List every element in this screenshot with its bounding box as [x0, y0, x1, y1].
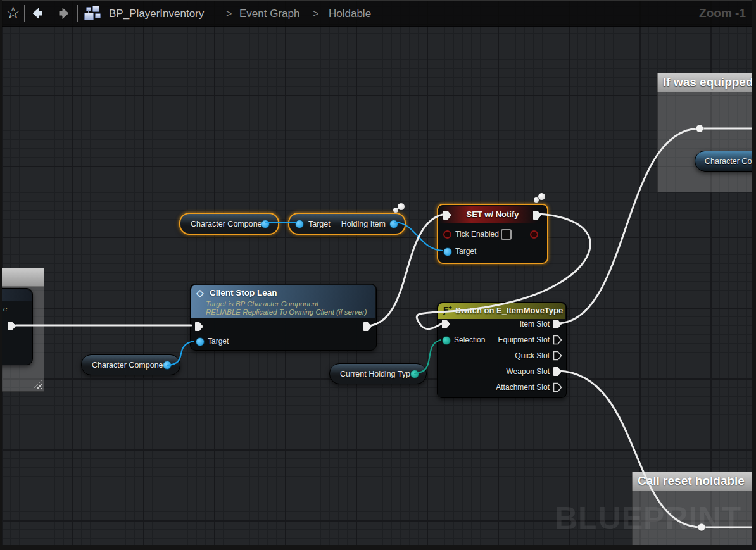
exec-output-pin-attachment-slot[interactable] [553, 382, 562, 392]
node-label: Current Holding Type [340, 370, 415, 378]
node-title: Switch on E_ItemMoveType [455, 306, 563, 315]
rpc-diamond-icon: ◇ [196, 287, 204, 299]
node-subtitle-1: Target is BP Character Component [206, 300, 318, 308]
favorite-star-icon[interactable]: ☆ [6, 3, 20, 23]
node-subtitle-2: RELIABLE Replicated To Owning Client (if… [206, 308, 367, 316]
node-title: SET w/ Notify [438, 209, 547, 219]
pin-label-weapon-slot: Weapon Slot [507, 367, 550, 376]
pin-label-holding-item: Holding Item [341, 220, 386, 228]
window-frame-top [0, 0, 756, 1]
pin-label-target: Target [455, 247, 476, 256]
toolbar-separator [24, 5, 25, 22]
comment-bubble-icon[interactable] [534, 193, 548, 204]
comment-bubble-icon[interactable] [393, 203, 407, 215]
comment-title[interactable]: If was equipped [657, 73, 756, 92]
forward-arrow-icon[interactable] [56, 5, 72, 22]
pin-label-quick-slot: Quick Slot [515, 351, 550, 360]
comment-title[interactable] [0, 268, 44, 287]
top-toolbar: ☆ BP_PlayerInventory > Event Graph > Hol… [0, 1, 756, 27]
node-title: Client Stop Lean [210, 288, 277, 297]
exec-output-pin-quick-slot[interactable] [553, 351, 562, 361]
node-client-stop-lean[interactable]: ◇ Client Stop Lean Target is BP Characte… [190, 284, 377, 351]
window-frame-right [752, 0, 756, 550]
node-switch-on-e-itemmovetype[interactable]: Ƒ+ Switch on E_ItemMoveType Selection It… [437, 302, 567, 398]
input-pin-target[interactable] [295, 220, 304, 228]
node-subtitle-fragment: e [3, 305, 7, 313]
node-label: Character Component [191, 220, 268, 228]
input-pin-tick-enabled[interactable] [443, 230, 451, 239]
node-set-w-notify[interactable]: SET w/ Notify Tick Enabled Target [437, 204, 548, 264]
comment-resize-handle[interactable] [33, 380, 42, 389]
node-header [0, 289, 32, 301]
blueprint-graph-icon [84, 6, 101, 22]
pin-label-equipment-slot: Equipment Slot [498, 335, 550, 344]
pin-label-attachment-slot: Attachment Slot [496, 383, 550, 392]
pin-label-selection: Selection [454, 335, 485, 344]
breadcrumb-holdable[interactable]: Holdable [329, 8, 371, 20]
toolbar-separator [77, 5, 78, 22]
node-character-component-right[interactable]: Character Component [695, 151, 756, 172]
blueprint-graph-canvas[interactable]: { "toolbar": { "star_icon": "☆", "breadc… [0, 0, 756, 550]
exec-input-pin[interactable] [194, 322, 204, 332]
exec-output-pin[interactable] [7, 321, 16, 331]
input-pin-target[interactable] [443, 247, 452, 256]
output-pin-tick-enabled[interactable] [530, 230, 538, 239]
exec-output-pin[interactable] [532, 210, 542, 220]
back-arrow-icon[interactable] [29, 5, 46, 22]
exec-input-pin[interactable] [441, 319, 451, 329]
node-current-holding-type[interactable]: Current Holding Type [329, 363, 427, 384]
comment-body[interactable] [657, 92, 756, 192]
tick-enabled-checkbox[interactable] [501, 229, 512, 240]
input-pin-selection[interactable] [442, 336, 451, 345]
comment-box-call-reset-holdable[interactable]: Call reset holdable [632, 472, 756, 546]
node-left-clipped[interactable]: e [0, 288, 33, 365]
pin-label-target: Target [308, 220, 331, 228]
node-label: Character Component [705, 157, 756, 166]
node-character-component-top[interactable]: Character Component [179, 213, 279, 235]
breadcrumb-chevron-icon: > [226, 8, 232, 20]
output-pin-holding-item[interactable] [389, 220, 398, 228]
node-get-holding-item[interactable]: Target Holding Item [288, 213, 406, 235]
input-pin-target[interactable] [196, 337, 205, 346]
comment-body[interactable] [632, 491, 756, 546]
exec-output-pin-equipment-slot[interactable] [553, 335, 562, 345]
pin-label-tick-enabled: Tick Enabled [455, 230, 499, 239]
node-character-component-bottom[interactable]: Character Component [81, 354, 180, 375]
window-frame-left [0, 0, 2, 550]
breadcrumb-chevron-icon: > [313, 8, 318, 20]
node-label: Character Component [92, 361, 170, 370]
zoom-level-indicator: Zoom -1 [699, 6, 746, 20]
breadcrumb-root[interactable]: BP_PlayerInventory [109, 8, 204, 20]
output-pin-character-component[interactable] [261, 220, 270, 228]
pin-label-target: Target [208, 337, 229, 346]
exec-input-pin[interactable] [443, 210, 452, 220]
pin-label-item-slot: Item Slot [520, 320, 550, 328]
comment-box-if-was-equipped[interactable]: If was equipped [657, 73, 756, 192]
breadcrumb-event-graph[interactable]: Event Graph [239, 8, 299, 20]
window-frame-bottom [0, 545, 756, 550]
switch-enum-icon: Ƒ+ [443, 304, 452, 315]
